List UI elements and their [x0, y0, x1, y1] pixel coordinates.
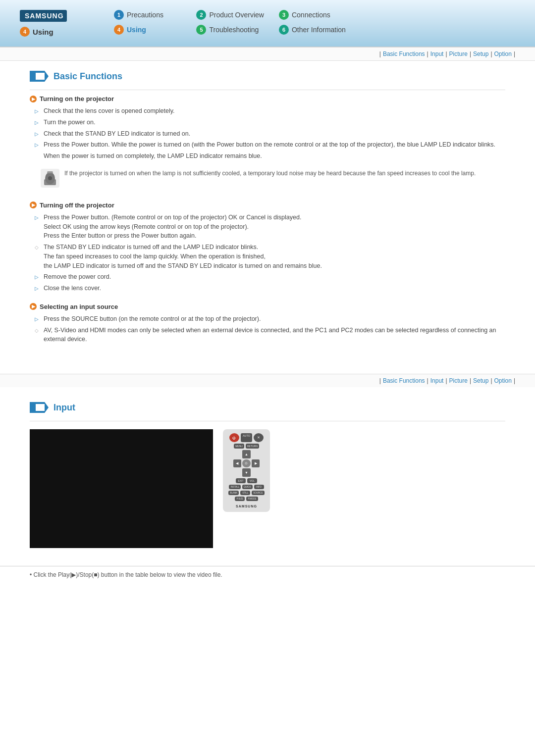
nav-item-connections[interactable]: 3 Connections — [279, 10, 346, 20]
nav-item-other-info[interactable]: 6 Other Information — [279, 25, 346, 35]
dpad-left[interactable]: ◀ — [233, 459, 242, 468]
mute-button[interactable]: ✕ — [254, 433, 264, 442]
bottom-nav-middle: | Basic Functions | Input | Picture | Se… — [0, 374, 535, 387]
bottom-nav-picture[interactable]: Picture — [449, 377, 468, 384]
nav-badge-1: 1 — [114, 10, 124, 20]
section-title-input: Input — [30, 402, 505, 413]
input-section: Input ⏻ AUTO ✕ MENU RETURN ▲ ◀ — [0, 397, 535, 566]
breadcrumb-basic-functions-top[interactable]: Basic Functions — [383, 50, 425, 57]
remote-exit-row: EXIT VOL — [226, 478, 267, 483]
remote-menu-row: MENU RETURN — [226, 444, 267, 449]
nav-label-other-info: Other Information — [292, 26, 346, 34]
nav-item-precautions[interactable]: 1 Precautions — [114, 10, 181, 20]
bottom-sep-4: | — [490, 377, 492, 384]
dpad-right[interactable]: ▶ — [252, 459, 260, 468]
bullet-icon-turn-off: ▶ — [30, 202, 37, 208]
pmode-button[interactable]: P.MODE — [246, 497, 258, 501]
turn-off-step-3: Remove the power cord. — [35, 272, 505, 282]
section-title-basic-functions: Basic Functions — [30, 71, 505, 82]
still-button[interactable]: STILL — [240, 491, 250, 495]
turn-off-step-1: Press the Power button. (Remote control … — [35, 213, 505, 241]
video-placeholder — [30, 429, 213, 548]
svg-rect-2 — [47, 171, 53, 173]
media-row: ⏻ AUTO ✕ MENU RETURN ▲ ◀ ⊙ ▶ ▼ — [30, 429, 505, 548]
nav-label-using: Using — [127, 26, 146, 34]
section-heading-basic-functions: Basic Functions — [54, 71, 122, 82]
menu-button[interactable]: MENU — [234, 444, 244, 449]
input-source-step-2: AV, S-Video and HDMI modes can only be s… — [35, 326, 505, 345]
dpad-up[interactable]: ▲ — [242, 450, 251, 458]
info-button[interactable]: INFO — [254, 485, 264, 489]
bottom-nav-input[interactable]: Input — [430, 377, 444, 384]
nav-label-troubleshooting: Troubleshooting — [209, 26, 259, 34]
turn-off-title: Turning off the projector — [40, 202, 114, 209]
breadcrumb-setup-top[interactable]: Setup — [473, 50, 488, 57]
return-button[interactable]: RETURN — [246, 444, 259, 449]
subsection-title-input-source: ▶ Selecting an input source — [30, 303, 505, 310]
nav-badge-2: 2 — [196, 10, 206, 20]
header-using: 4 Using — [20, 27, 84, 37]
turn-off-step-2: The STAND BY LED indicator is turned off… — [35, 243, 505, 270]
turn-on-step-3: Check that the STAND BY LED indicator is… — [35, 129, 505, 139]
bullet-icon-input: ▶ — [30, 303, 37, 310]
turn-off-steps: Press the Power button. (Remote control … — [30, 213, 505, 293]
subsection-turn-on: ▶ Turning on the projector Check that th… — [30, 95, 505, 192]
source-button[interactable]: SOURCE — [252, 491, 264, 495]
nav-item-using[interactable]: 4 Using — [114, 25, 181, 35]
nav-badge-6: 6 — [279, 25, 289, 35]
psize-button[interactable]: P.SIZE — [235, 497, 245, 501]
sep-top-0: | — [379, 50, 381, 57]
power-button[interactable]: ⏻ — [229, 433, 239, 442]
dpad-center[interactable]: ⊙ — [242, 459, 251, 468]
blank-button[interactable]: BLANK — [228, 491, 239, 495]
turn-on-note: If the projector is turned on when the l… — [35, 165, 505, 192]
subsection-title-turn-off: ▶ Turning off the projector — [30, 202, 505, 209]
auto-button[interactable]: AUTO — [241, 433, 252, 442]
nav-grid: 1 Precautions 2 Product Overview 3 Conne… — [114, 10, 346, 35]
turn-on-step-1: Check that the lens cover is opened comp… — [35, 106, 505, 116]
breadcrumb-input-top[interactable]: Input — [430, 50, 444, 57]
nav-label-precautions: Precautions — [127, 11, 163, 19]
section-icon — [30, 71, 45, 82]
nav-item-product-overview[interactable]: 2 Product Overview — [196, 10, 264, 20]
bottom-nav-setup[interactable]: Setup — [473, 377, 488, 384]
bottom-nav-option[interactable]: Option — [494, 377, 512, 384]
divider-1 — [30, 90, 505, 90]
install-button[interactable]: INSTALL — [229, 485, 241, 489]
divider-2 — [30, 421, 505, 421]
note-text: If the projector is turned on when the l… — [64, 169, 476, 178]
section-heading-input: Input — [54, 403, 75, 413]
bottom-sep-3: | — [470, 377, 471, 384]
input-source-steps: Press the SOURCE button (on the remote c… — [30, 314, 505, 344]
remote-dpad: ▲ ◀ ⊙ ▶ ▼ — [233, 450, 260, 477]
bottom-sep-1: | — [427, 377, 428, 384]
samsung-logo: SAMSUNG — [20, 10, 67, 22]
breadcrumb-bar-top: | Basic Functions | Input | Picture | Se… — [0, 47, 535, 61]
bottom-sep-2: | — [445, 377, 447, 384]
subsection-turn-off: ▶ Turning off the projector Press the Po… — [30, 202, 505, 293]
turn-on-step-4: Press the Power button. While the power … — [35, 140, 505, 150]
header: SAMSUNG 4 Using 1 Precautions 2 Product … — [0, 0, 535, 47]
vol-button[interactable]: VOL — [247, 478, 257, 483]
bottom-nav-basic-functions[interactable]: Basic Functions — [383, 377, 425, 384]
remote-install-row: INSTALL QUICK INFO — [226, 485, 267, 489]
nav-label-connections: Connections — [292, 11, 330, 19]
header-left: SAMSUNG 4 Using — [20, 10, 84, 37]
remote-top-row: ⏻ AUTO ✕ — [226, 433, 267, 442]
sep-top-4: | — [490, 50, 492, 57]
nav-badge-4: 4 — [114, 25, 124, 35]
breadcrumb-picture-top[interactable]: Picture — [449, 50, 468, 57]
remote-control: ⏻ AUTO ✕ MENU RETURN ▲ ◀ ⊙ ▶ ▼ — [223, 429, 270, 512]
nav-label-product-overview: Product Overview — [209, 11, 264, 19]
bottom-sep-0: | — [379, 377, 381, 384]
turn-on-steps: Check that the lens cover is opened comp… — [30, 106, 505, 161]
main-content: Basic Functions ▶ Turning on the project… — [0, 61, 535, 364]
nav-item-troubleshooting[interactable]: 5 Troubleshooting — [196, 25, 264, 35]
input-source-title: Selecting an input source — [40, 303, 118, 310]
exit-button[interactable]: EXIT — [236, 478, 246, 483]
remote-blank-row: BLANK STILL SOURCE — [226, 491, 267, 495]
quick-button[interactable]: QUICK — [242, 485, 252, 489]
breadcrumb-option-top[interactable]: Option — [494, 50, 512, 57]
dpad-down[interactable]: ▼ — [242, 468, 251, 477]
sep-top-2: | — [445, 50, 447, 57]
